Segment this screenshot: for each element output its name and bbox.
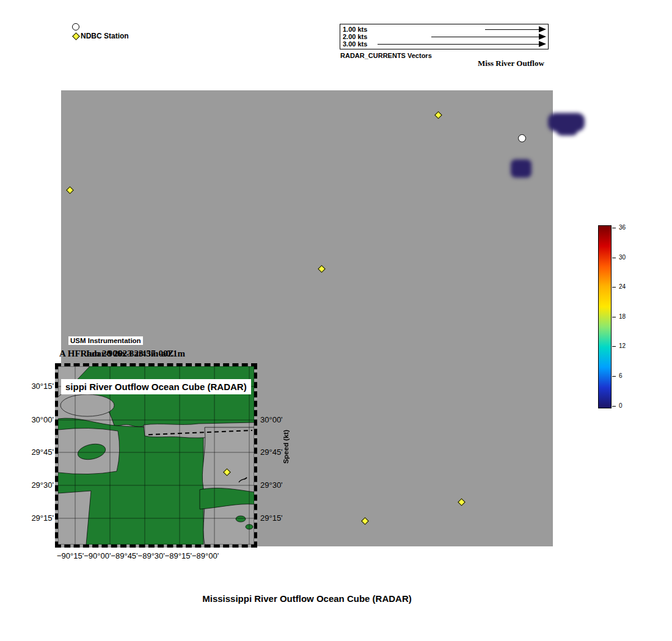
vector-speed-label: 2.00 kts xyxy=(343,33,367,40)
figure-title: Mississippi River Outflow Ocean Cube (RA… xyxy=(61,593,553,604)
colorbar-tick xyxy=(612,317,616,317)
colorbar-tick-label: 30 xyxy=(619,254,626,261)
lon-axis-labels: −90°15'−90°00'−89°45'−89°30'−89°15'−89°0… xyxy=(57,551,219,560)
lat-label-right: 29°45' xyxy=(260,447,283,457)
ndbc-station-label: NDBC Station xyxy=(81,32,129,40)
datetime-text: Jun 20 2023 23:37:00Z xyxy=(85,349,173,359)
current-speed-blob-group xyxy=(483,109,599,188)
vector-arrowhead-icon xyxy=(539,34,546,40)
colorbar-tick-label: 0 xyxy=(619,402,623,409)
vector-arrow-line xyxy=(378,44,539,45)
vector-legend-box: 1.00 kts 2.00 kts 3.00 kts xyxy=(340,24,549,49)
vector-speed-label: 1.00 kts xyxy=(343,26,367,33)
colorbar-tick-label: 24 xyxy=(619,283,626,290)
vector-arrow-line xyxy=(485,29,539,30)
lat-label-left: 30°00' xyxy=(29,415,54,424)
current-speed-blob xyxy=(556,123,578,136)
lake-area xyxy=(60,394,114,416)
colorbar-tick-label: 6 xyxy=(619,372,623,379)
station-circle-icon xyxy=(72,23,79,31)
vector-legend-row: 3.00 kts xyxy=(340,40,548,48)
lat-label-left: 30°15' xyxy=(29,382,54,391)
colorbar-tick xyxy=(612,287,616,288)
vector-arrowhead-icon xyxy=(539,41,546,47)
lat-label-right: 29°15' xyxy=(260,513,283,523)
lat-label-right: 29°30' xyxy=(260,480,283,490)
vector-speed-label: 3.00 kts xyxy=(343,40,367,48)
timestamp-overlay: A HFRadar-906x-8at45m-a0.1m Jun 20 2023 … xyxy=(59,349,316,360)
colorbar-tick-label: 18 xyxy=(619,313,626,320)
colorbar-tick xyxy=(612,258,616,258)
colorbar-tick xyxy=(612,406,616,407)
vector-legend-caption: RADAR_CURRENTS Vectors xyxy=(340,52,432,59)
colorbar-tick xyxy=(612,346,616,347)
miss-river-outflow-label: Miss River Outflow xyxy=(478,59,544,68)
colorbar: 363024181260 xyxy=(598,225,641,411)
vector-arrowhead-icon xyxy=(539,26,546,32)
figure-canvas: NDBC Station 1.00 kts 2.00 kts 3.00 kts … xyxy=(0,0,672,641)
colorbar-tick-label: 12 xyxy=(619,342,626,349)
usm-instrumentation-label: USM Instrumentation xyxy=(68,336,143,345)
lat-label-right: 30°00' xyxy=(260,415,283,424)
small-island xyxy=(236,516,246,522)
ndbc-diamond-icon xyxy=(72,32,80,40)
inset-title: sippi River Outflow Ocean Cube (RADAR) xyxy=(61,379,251,394)
lat-label-left: 29°15' xyxy=(29,513,54,523)
colorbar-tick xyxy=(612,228,616,228)
speed-axis-label: Speed (kt) xyxy=(282,430,290,464)
lat-label-left: 29°45' xyxy=(29,447,54,457)
water-bottom-left xyxy=(58,491,91,545)
colorbar-gradient xyxy=(598,225,612,408)
colorbar-tick-label: 36 xyxy=(619,224,626,231)
vector-arrow-line xyxy=(431,37,539,37)
vector-legend-row: 2.00 kts xyxy=(340,33,548,40)
current-speed-blob xyxy=(511,159,531,178)
colorbar-tick xyxy=(612,376,616,377)
lat-label-left: 29°30' xyxy=(29,480,54,490)
vector-legend-row: 1.00 kts xyxy=(340,26,548,33)
